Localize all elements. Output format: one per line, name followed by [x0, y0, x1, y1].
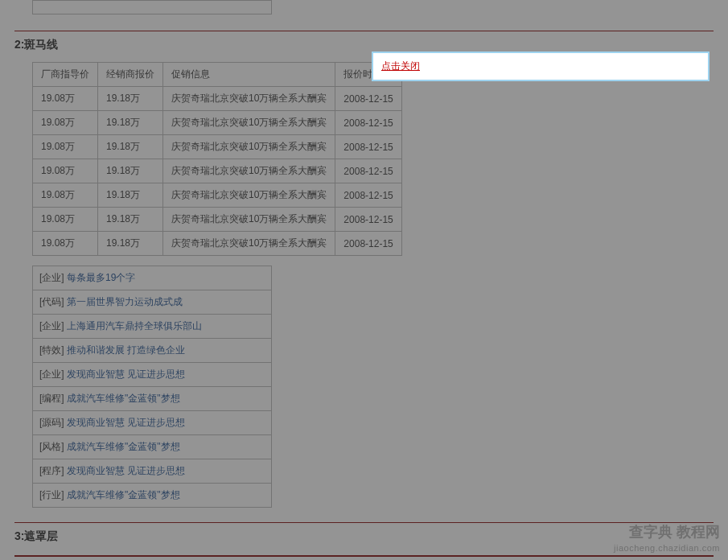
modal-overlay[interactable] — [0, 0, 728, 560]
dialog-box: 点击关闭 — [372, 51, 709, 81]
close-link[interactable]: 点击关闭 — [381, 60, 420, 72]
